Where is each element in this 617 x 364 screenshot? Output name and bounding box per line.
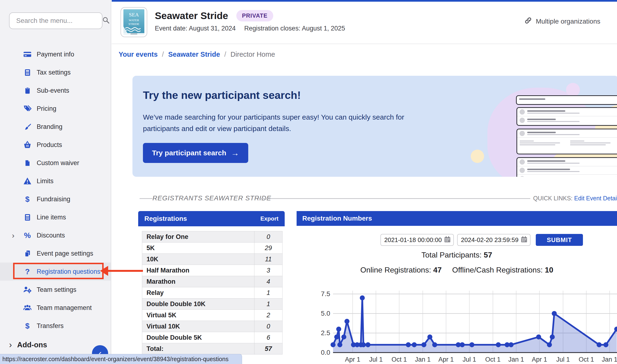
paintbrush-icon	[22, 123, 33, 130]
search-input[interactable]	[16, 17, 102, 25]
registration-numbers-card-header: Registration Numbers	[296, 211, 617, 226]
banner-title: Try the new participant search!	[143, 89, 301, 102]
dollar-icon: $	[22, 195, 33, 204]
link-icon	[524, 17, 532, 26]
svg-text:SEA: SEA	[129, 12, 139, 18]
registrations-card-header: Registrations Export	[138, 211, 285, 226]
basket-icon	[22, 141, 33, 149]
sidebar-item-label: Pricing	[37, 105, 56, 112]
submit-button[interactable]: SUBMIT	[536, 234, 583, 246]
sidebar: Payment infoTax settingsSub-eventsPricin…	[0, 0, 111, 364]
try-participant-search-button[interactable]: Try participant search →	[143, 143, 248, 163]
arrow-right-icon: →	[231, 148, 239, 158]
table-row: Double Double 10K1	[142, 299, 283, 310]
sidebar-item-team-settings[interactable]: Team settings	[0, 281, 111, 299]
status-bar-url: https://raceroster.com/dashboard/event-o…	[0, 354, 242, 364]
sidebar-menu: Payment infoTax settingsSub-eventsPricin…	[0, 45, 111, 335]
registrations-title: Registrations	[144, 215, 187, 222]
pages-icon	[22, 250, 33, 257]
breadcrumb-event[interactable]: Seawater Stride	[168, 51, 220, 58]
top-progress-bar	[112, 0, 617, 2]
header-divider	[112, 44, 617, 44]
table-row: Relay1	[142, 287, 283, 299]
breadcrumb-your-events[interactable]: Your events	[119, 51, 158, 58]
calculator-icon	[22, 214, 33, 221]
sidebar-item-label: Products	[37, 141, 62, 149]
registration-numbers-title: Registration Numbers	[302, 215, 372, 222]
sidebar-item-branding[interactable]: Branding	[0, 118, 111, 136]
sidebar-item-label: Event page settings	[37, 250, 93, 257]
date-to-input[interactable]	[457, 234, 530, 246]
svg-text:2.5: 2.5	[321, 329, 330, 337]
sidebar-item-pricing[interactable]: Pricing	[0, 100, 111, 118]
calendar-icon[interactable]	[444, 236, 451, 244]
sidebar-item-label: Transfers	[37, 322, 64, 330]
sidebar-item-transfers[interactable]: $Transfers	[0, 317, 111, 335]
people-gear-icon	[22, 286, 33, 294]
sidebar-item-sub-events[interactable]: Sub-events	[0, 81, 111, 100]
section-title: REGISTRANTS SEAWATER STRIDE	[153, 195, 271, 202]
sidebar-item-event-page-settings[interactable]: Event page settings	[0, 244, 111, 262]
menu-search-box[interactable]	[9, 13, 103, 29]
total-participants: Total Participants: 57	[296, 251, 617, 260]
event-date-label: Event date: August 31, 2024	[155, 25, 236, 32]
svg-text:Apr 1: Apr 1	[345, 356, 360, 363]
sidebar-item-custom-waiver[interactable]: Custom waiver	[0, 154, 111, 172]
sidebar-item-label: Limits	[37, 178, 54, 185]
dollar-icon: $	[22, 322, 33, 330]
banner-body: We’ve made searching for your participan…	[143, 112, 438, 134]
tags-icon	[22, 104, 33, 113]
breadcrumb: Your events / Seawater Stride / Director…	[119, 51, 275, 58]
sidebar-item-team-management[interactable]: Team management	[0, 299, 111, 317]
chevron-right-icon: ›	[9, 340, 12, 350]
registration-closes-label: Registration closes: August 1, 2025	[244, 25, 345, 32]
sidebar-item-label: Custom waiver	[37, 159, 79, 167]
chevron-right-icon: ›	[12, 231, 22, 240]
registrations-chart: 0.02.55.07.5Apr 1Jul 1Oct 1Jan 1Apr 1Jul…	[317, 284, 617, 364]
registration-breakdown: Online Registrations: 47Offline/Cash Reg…	[296, 266, 617, 274]
table-row: Virtual 10K0	[142, 321, 283, 332]
sidebar-item-add-ons[interactable]: › Add-ons	[9, 336, 47, 353]
table-row: 10K11	[142, 254, 283, 265]
sidebar-item-label: Payment info	[37, 51, 74, 58]
sidebar-item-line-items[interactable]: Line items	[0, 208, 111, 226]
search-icon	[102, 16, 110, 25]
svg-text:WATER: WATER	[129, 18, 139, 22]
svg-text:Jul 1: Jul 1	[369, 356, 383, 363]
export-button[interactable]: Export	[260, 215, 279, 222]
sidebar-item-payment-info[interactable]: Payment info	[0, 45, 111, 63]
addons-label: Add-ons	[17, 341, 47, 349]
registrants-section-header: REGISTRANTS SEAWATER STRIDE QUICK LINKS:…	[112, 195, 617, 204]
calendar-icon[interactable]	[521, 236, 528, 244]
svg-text:Jan 1: Jan 1	[415, 356, 431, 363]
svg-text:Jan 1: Jan 1	[602, 356, 617, 363]
table-row: 5K29	[142, 243, 283, 254]
table-row: Virtual 5K2	[142, 310, 283, 321]
sidebar-item-products[interactable]: Products	[0, 136, 111, 154]
svg-text:Oct 1: Oct 1	[391, 356, 407, 363]
table-row: Double Double 5K6	[142, 332, 283, 343]
svg-text:Jan 1: Jan 1	[508, 356, 524, 363]
sidebar-item-fundraising[interactable]: $Fundraising	[0, 190, 111, 208]
warning-triangle-icon	[22, 177, 33, 185]
participant-search-banner: Try the new participant search! We’ve ma…	[132, 76, 617, 177]
table-row: Relay for One0	[142, 231, 283, 243]
multiple-organizations-link[interactable]: Multiple organizations	[524, 17, 600, 26]
annotation-arrow	[108, 270, 143, 272]
svg-text:Apr 1: Apr 1	[438, 356, 454, 363]
file-icon	[22, 160, 33, 167]
sidebar-item-limits[interactable]: Limits	[0, 172, 111, 190]
quick-links: QUICK LINKS: Edit Event Details | Copy	[533, 195, 617, 202]
annotation-highlight-box	[13, 263, 104, 279]
main-content: SEA WATER STRIDE Seawater Stride PRIVATE…	[112, 0, 617, 364]
svg-text:Apr 1: Apr 1	[532, 356, 547, 363]
date-from-input[interactable]	[380, 234, 454, 246]
app-window: Payment infoTax settingsSub-eventsPricin…	[0, 0, 617, 364]
edit-event-details-link[interactable]: Edit Event Details	[574, 195, 617, 202]
sidebar-item-label: Team management	[37, 304, 92, 312]
table-row: Marathon4	[142, 276, 283, 287]
private-badge: PRIVATE	[236, 10, 273, 21]
sidebar-item-tax-settings[interactable]: Tax settings	[0, 63, 111, 81]
sidebar-item-discounts[interactable]: ›%Discounts	[0, 226, 111, 244]
breadcrumb-current: Director Home	[231, 51, 275, 58]
